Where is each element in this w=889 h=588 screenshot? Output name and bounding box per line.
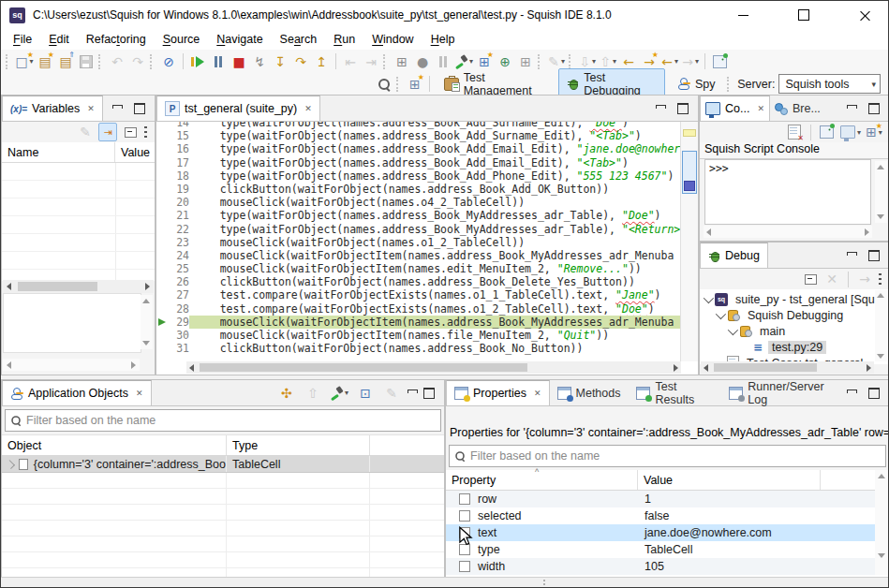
menu-edit[interactable]: Edit	[40, 31, 78, 48]
debug-tree[interactable]: sqsuite_py - tst_general [SquSquish Debu…	[700, 289, 889, 364]
menu-window[interactable]: Window	[363, 31, 422, 48]
line-number[interactable]: 18	[169, 169, 189, 183]
menu-search[interactable]: Search	[272, 31, 326, 48]
object-row[interactable]: {column='3' container=':address_BooTable…	[2, 456, 444, 473]
line-number[interactable]: 26	[169, 275, 189, 288]
code-line-18[interactable]: 18 type(waitForObject(names.address_Book…	[156, 169, 681, 183]
property-checkbox[interactable]	[459, 527, 470, 538]
open-console-button[interactable]: ⊞★▾	[866, 124, 882, 140]
display-console-button[interactable]: ▾	[840, 124, 861, 140]
annotation-gutter[interactable]	[156, 122, 169, 129]
maximize-view-icon[interactable]	[677, 103, 689, 114]
variables-row[interactable]	[2, 181, 155, 198]
menu-navigate[interactable]: Navigate	[208, 31, 271, 48]
highlight-object-button[interactable]: ✎	[382, 384, 401, 403]
tab-editor-tst-general[interactable]: P tst_general (suite_py) ✕	[156, 96, 320, 122]
annotation-gutter[interactable]	[156, 236, 169, 249]
variables-row[interactable]	[2, 163, 155, 181]
tab-runner-server-log[interactable]: Runner/Server Log	[721, 380, 847, 405]
code-line-25[interactable]: 25 mouseClick(waitForObjectItem(names.ed…	[156, 262, 681, 275]
application-objects-table[interactable]: {column='3' container=':address_BooTable…	[2, 456, 444, 578]
column-header-type[interactable]: Type	[227, 435, 370, 455]
minimize-view-icon[interactable]	[847, 105, 857, 109]
code-line-26[interactable]: 26 clickButton(waitForObject(names.addre…	[156, 275, 681, 288]
debug-tree-row[interactable]: Squish Debugging	[700, 307, 889, 323]
search-button[interactable]	[375, 75, 393, 94]
column-header-value[interactable]: Value	[115, 142, 155, 162]
refresh-objects-button[interactable]: ✣	[277, 384, 296, 403]
tab-application-objects[interactable]: Application Objects ✕	[2, 380, 152, 406]
view-menu-icon[interactable]	[879, 273, 882, 286]
console-input-area[interactable]: >>>	[704, 159, 871, 225]
close-button[interactable]	[856, 7, 873, 23]
properties-vscrollbar[interactable]	[875, 470, 888, 575]
use-step-filters-button[interactable]: ⇥	[362, 52, 380, 71]
tab-properties[interactable]: Properties ✕	[446, 380, 550, 406]
line-number[interactable]: 17	[169, 156, 189, 169]
console-vscrollbar[interactable]	[875, 161, 887, 223]
debug-tree-row[interactable]: ≡test.py:29	[700, 339, 889, 355]
code-line-19[interactable]: 19 clickButton(waitForObject(names.addre…	[156, 183, 681, 196]
editor-scroll-thumb[interactable]	[682, 151, 697, 194]
annotation-gutter[interactable]	[156, 262, 169, 275]
code-line-30[interactable]: 30 mouseClick(waitForObjectItem(names.fi…	[156, 329, 681, 342]
menu-file[interactable]: File	[5, 31, 40, 48]
tab-console[interactable]: Co... ✕	[700, 96, 770, 122]
detail-hscrollbar[interactable]	[3, 359, 140, 371]
variables-table[interactable]	[2, 163, 155, 281]
redo-button[interactable]: ↷	[128, 52, 147, 71]
console-hscrollbar[interactable]	[704, 226, 872, 238]
line-number[interactable]: 25	[169, 262, 189, 275]
up-level-button[interactable]: ⇧	[304, 384, 322, 403]
debug-hscrollbar[interactable]	[701, 361, 874, 374]
line-number[interactable]: 23	[169, 236, 189, 249]
line-number[interactable]: 24	[169, 249, 189, 262]
open-window-button[interactable]: ⊞	[393, 52, 411, 71]
line-number[interactable]: 19	[169, 183, 189, 196]
code-line-15[interactable]: 15 type(waitForObject(names.address_Book…	[156, 129, 681, 142]
variable-detail-pane[interactable]	[3, 293, 141, 353]
annotation-gutter[interactable]	[156, 142, 169, 155]
tab-breakpoints[interactable]: Bre...	[770, 96, 826, 121]
detail-vscrollbar[interactable]	[141, 295, 153, 349]
expander-icon[interactable]	[704, 293, 715, 306]
forward-history-button[interactable]: →▾	[681, 52, 700, 71]
code-line-17[interactable]: 17 type(waitForObject(names.address_Book…	[156, 156, 681, 169]
maximize-view-icon[interactable]	[868, 250, 880, 261]
minimize-view-icon[interactable]	[847, 252, 857, 256]
step-return-button[interactable]: ↥	[312, 52, 331, 71]
line-number[interactable]: 30	[169, 329, 189, 342]
line-number[interactable]: 29	[169, 316, 189, 329]
code-line-22[interactable]: 22 type(waitForObject(names.address_Book…	[156, 223, 681, 236]
menu-help[interactable]: Help	[422, 31, 464, 48]
property-checkbox[interactable]	[459, 561, 470, 572]
debug-tree-row[interactable]: main	[700, 323, 889, 339]
annotation-gutter[interactable]	[156, 302, 169, 316]
close-icon[interactable]: ✕	[757, 104, 764, 113]
menu-refactoring[interactable]: Refactoring	[78, 31, 155, 48]
code-line-28[interactable]: 28 test.compare(waitForObjectExists(name…	[156, 302, 681, 316]
expander-icon[interactable]	[716, 309, 727, 322]
collapse-all-button[interactable]	[122, 124, 139, 140]
terminate-button[interactable]: ■	[230, 52, 248, 71]
clear-console-button[interactable]	[786, 124, 803, 140]
minimize-view-icon[interactable]	[112, 105, 123, 109]
show-logical-structure-button[interactable]: ⇥	[98, 123, 117, 141]
line-number[interactable]: 14	[169, 122, 189, 129]
code-line-31[interactable]: 31 clickButton(waitForObject(names.addre…	[156, 342, 681, 355]
new-test-case-button[interactable]: ▤★	[36, 52, 54, 71]
property-row-row[interactable]: row1	[446, 491, 889, 507]
code-line-23[interactable]: 23 mouseClick(waitForObject(names.o1_2_T…	[156, 236, 681, 249]
property-row-type[interactable]: typeTableCell	[446, 541, 889, 558]
overview-annotation[interactable]	[683, 129, 696, 137]
variables-row[interactable]	[2, 216, 155, 234]
maximize-button[interactable]	[795, 7, 812, 23]
close-icon[interactable]: ✕	[534, 389, 541, 398]
annotation-gutter[interactable]	[156, 342, 169, 355]
column-header-value[interactable]: Value	[638, 470, 821, 490]
code-line-24[interactable]: 24 mouseClick(waitForObjectItem(names.ad…	[156, 249, 681, 262]
property-row-selected[interactable]: selectedfalse	[446, 507, 889, 524]
annotation-gutter[interactable]	[156, 169, 169, 183]
annotation-gutter[interactable]	[156, 129, 169, 142]
maximize-view-icon[interactable]	[868, 388, 880, 399]
